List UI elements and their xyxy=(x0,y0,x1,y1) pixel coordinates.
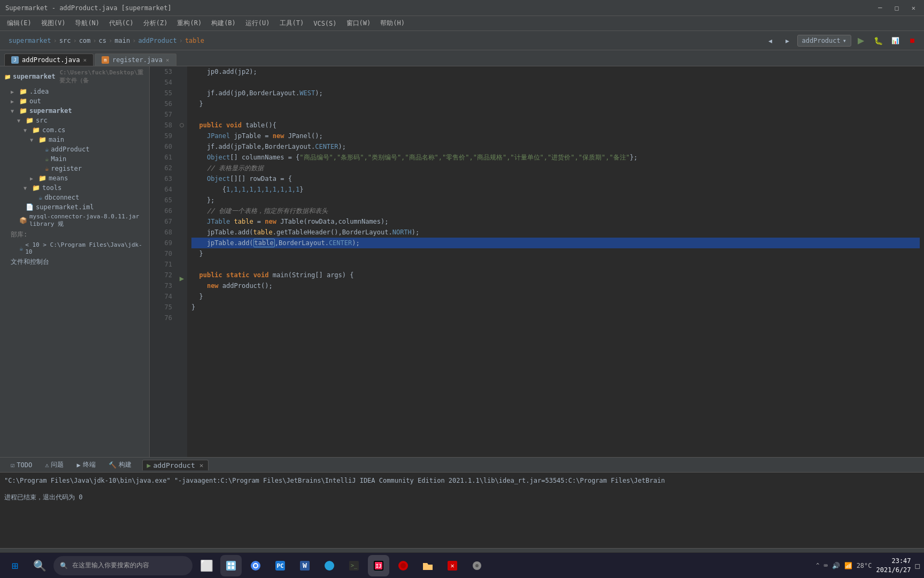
intellij-btn[interactable]: IJ xyxy=(368,555,389,576)
tab-build[interactable]: 🔨 构建 xyxy=(102,459,138,471)
run-config-dropdown[interactable]: addProduct ▾ xyxy=(797,35,851,47)
sidebar-item-mainclass[interactable]: ☕ Main xyxy=(0,154,149,164)
sidebar-item-dbconnect[interactable]: ☕ dbconnect xyxy=(0,193,149,202)
menu-item-W[interactable]: 窗口(W) xyxy=(342,17,375,29)
chevron-icon[interactable]: ^ xyxy=(816,562,819,568)
menu-item-B[interactable]: 构建(B) xyxy=(207,17,240,29)
sidebar-item-src[interactable]: ▼ 📁 src xyxy=(0,116,149,125)
svg-point-12 xyxy=(325,561,334,571)
code-editor[interactable]: 53 54 55 56 57 58 59 60 61 62 63 64 65 6… xyxy=(150,66,924,457)
close-btn[interactable]: ✕ xyxy=(908,4,919,12)
clock[interactable]: 23:47 2021/6/27 xyxy=(876,557,911,575)
ln-62: 62 xyxy=(154,163,172,173)
sidebar-item-main[interactable]: ▼ 📁 main xyxy=(0,135,149,144)
tab-issues[interactable]: ⚠ 问题 xyxy=(38,459,70,471)
menu-item-Z[interactable]: 分析(Z) xyxy=(139,17,172,29)
breadcrumb-method[interactable]: table xyxy=(185,37,204,44)
coverage-btn[interactable]: 📊 xyxy=(888,33,903,48)
expand-arrow-means: ▶ xyxy=(30,176,36,181)
stop-btn[interactable]: ■ xyxy=(905,33,920,48)
menu-item-E[interactable]: 编辑(E) xyxy=(3,17,36,29)
sidebar-label-mainclass: Main xyxy=(51,155,145,163)
sidebar-item-means[interactable]: ▶ 📁 means xyxy=(0,173,149,183)
run-btn[interactable]: ▶ xyxy=(853,33,868,48)
sidebar-item-comcs[interactable]: ▼ 📁 com.cs xyxy=(0,125,149,135)
code-line-54 xyxy=(191,77,920,88)
browser-btn2[interactable] xyxy=(319,555,340,576)
maximize-btn[interactable]: □ xyxy=(892,4,902,12)
file-icon-mysql: 📦 xyxy=(19,217,27,224)
sidebar-item-addproduct[interactable]: ☕ addProduct xyxy=(0,144,149,154)
nav-back-btn[interactable]: ◂ xyxy=(763,33,778,48)
code-line-63: Object[][] rowData = { xyxy=(191,173,920,184)
breadcrumb-src[interactable]: src xyxy=(59,37,71,44)
sidebar-label-jdk: < 10 > C:\Program Files\Java\jdk-10 xyxy=(25,241,145,255)
record-btn[interactable] xyxy=(392,555,414,576)
pcmanager-btn[interactable]: PC xyxy=(270,555,291,576)
svg-text:IJ: IJ xyxy=(376,564,382,569)
folder-btn[interactable] xyxy=(417,555,438,576)
sidebar-item-out[interactable]: ▶ 📁 out xyxy=(0,96,149,106)
file-icon-iml: 📄 xyxy=(26,203,34,211)
tab-register[interactable]: m register.java × xyxy=(95,54,176,66)
code-line-70: } xyxy=(191,248,920,259)
breadcrumb-main[interactable]: main xyxy=(114,37,130,44)
sidebar-item-supermarket[interactable]: ▼ 📁 supermarket xyxy=(0,106,149,116)
tab-addproduct-close[interactable]: × xyxy=(83,57,87,64)
tab-register-close[interactable]: × xyxy=(166,57,170,64)
breadcrumb-com[interactable]: com xyxy=(79,37,91,44)
menu-item-U[interactable]: 运行(U) xyxy=(241,17,274,29)
task-view-btn[interactable]: ⬜ xyxy=(196,555,217,576)
tab-addproduct[interactable]: J addProduct.java × xyxy=(4,54,94,66)
output-line-1: "C:\Program Files\Java\jdk-10\bin\java.e… xyxy=(4,477,920,484)
notification-icon[interactable]: □ xyxy=(915,561,920,570)
sidebar-item-register[interactable]: ☕ register xyxy=(0,164,149,173)
tab-todo[interactable]: ☑ TODO xyxy=(4,460,38,470)
terminal-btn[interactable]: >_ xyxy=(343,555,365,576)
start-btn[interactable]: ⊞ xyxy=(4,555,26,576)
minimize-btn[interactable]: ─ xyxy=(875,4,885,12)
nav-fwd-btn[interactable]: ▸ xyxy=(780,33,795,48)
menu-item-C[interactable]: 代码(C) xyxy=(105,17,138,29)
run-tab-close[interactable]: × xyxy=(199,461,204,469)
sidebar-item-partlib: 部库: xyxy=(0,229,149,240)
breadcrumb-project[interactable]: supermarket xyxy=(9,37,51,44)
expand-arrow-comcs: ▼ xyxy=(24,127,30,133)
chrome-btn[interactable] xyxy=(245,555,266,576)
menu-item-T[interactable]: 工具(T) xyxy=(275,17,309,29)
sidebar-item-console[interactable]: 文件和控制台 xyxy=(0,256,149,268)
menu-item-N[interactable]: 导航(N) xyxy=(71,17,104,29)
run-marker-72[interactable]: ▶ xyxy=(176,273,187,284)
taskbar-search[interactable]: 🔍 在这里输入你要搜索的内容 xyxy=(53,556,192,575)
svg-text:>_: >_ xyxy=(351,562,358,569)
explorer-btn[interactable] xyxy=(220,555,242,576)
tab-register-label: register.java xyxy=(112,56,163,64)
ln-55: 55 xyxy=(154,88,172,98)
sidebar-item-iml[interactable]: 📄 supermarket.iml xyxy=(0,202,149,212)
tab-terminal[interactable]: ▶ 终端 xyxy=(70,459,102,471)
ln-53: 53 xyxy=(154,66,172,77)
antivirus-btn[interactable]: ✕ xyxy=(442,555,463,576)
speaker-icon[interactable]: 🔊 xyxy=(832,562,840,569)
sidebar-item-tools[interactable]: ▼ 📁 tools xyxy=(0,183,149,193)
taskbar-search-placeholder: 在这里输入你要搜索的内容 xyxy=(72,561,149,570)
sidebar-item-idea[interactable]: ▶ 📁 .idea xyxy=(0,87,149,96)
menu-item-H[interactable]: 帮助(H) xyxy=(376,17,409,29)
breadcrumb-cs[interactable]: cs xyxy=(99,37,106,44)
network-icon[interactable]: 📶 xyxy=(844,562,852,569)
menu-item-V[interactable]: 视图(V) xyxy=(37,17,70,29)
folder-icon-main: 📁 xyxy=(38,136,47,143)
sidebar-item-mysql[interactable]: 📦 mysql-connector-java-8.0.11.jar librar… xyxy=(0,212,149,229)
sidebar-item-jdk[interactable]: ☕ < 10 > C:\Program Files\Java\jdk-10 xyxy=(0,240,149,256)
breadcrumb-class[interactable]: addProduct xyxy=(138,37,176,44)
menu-item-VCSS[interactable]: VCS(S) xyxy=(309,18,341,29)
sidebar-label-main: main xyxy=(49,136,145,143)
search-btn[interactable]: 🔍 xyxy=(29,555,50,576)
sidebar-label-src: src xyxy=(36,117,145,124)
tools-btn[interactable] xyxy=(466,555,488,576)
menu-item-R[interactable]: 重构(R) xyxy=(173,17,206,29)
run-output-tab[interactable]: ▶ addProduct × xyxy=(142,460,209,470)
debug-btn[interactable]: 🐛 xyxy=(871,33,886,48)
word-btn[interactable]: W xyxy=(294,555,315,576)
sidebar-label-tools: tools xyxy=(42,184,145,192)
